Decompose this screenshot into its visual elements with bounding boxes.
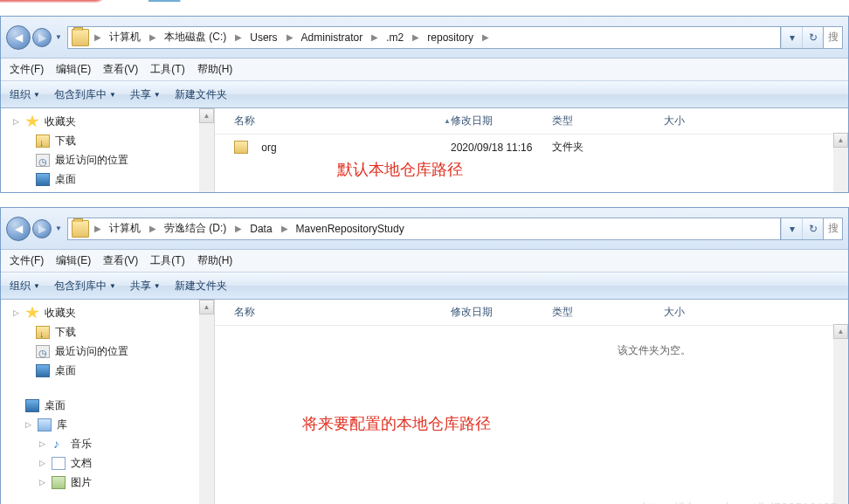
menu-help[interactable]: 帮助(H)	[197, 253, 233, 268]
chevron-right-icon[interactable]: ▶	[411, 32, 421, 42]
content-scrollbar[interactable]: ▲	[833, 133, 848, 192]
menu-view[interactable]: 查看(V)	[103, 62, 138, 77]
scroll-up-button[interactable]: ▲	[199, 108, 214, 123]
tree-desktop[interactable]: 桌面	[1, 169, 214, 189]
tree-documents[interactable]: ▷文档	[1, 453, 214, 473]
tree-recent[interactable]: 最近访问的位置	[1, 342, 214, 361]
download-icon	[36, 135, 50, 148]
chevron-right-icon[interactable]: ▶	[148, 32, 158, 42]
address-bar[interactable]: ▶ 计算机▶ 本地磁盘 (C:)▶ Users▶ Administrator▶ …	[67, 26, 824, 49]
tool-organize[interactable]: 组织 ▼	[10, 279, 40, 293]
chevron-right-icon[interactable]: ▶	[285, 32, 295, 42]
addr-dropdown-button[interactable]: ▾	[781, 27, 802, 48]
menu-edit[interactable]: 编辑(E)	[56, 253, 91, 268]
menu-tools[interactable]: 工具(T)	[150, 62, 184, 77]
chevron-right-icon[interactable]: ▶	[93, 32, 103, 42]
tree-scrollbar[interactable]: ▲	[199, 300, 214, 504]
nav-history-dropdown[interactable]: ▼	[55, 33, 62, 41]
chevron-right-icon[interactable]: ▶	[369, 32, 380, 42]
tree-music[interactable]: ▷音乐	[1, 434, 214, 453]
breadcrumb: 计算机▶ 本地磁盘 (C:)▶ Users▶ Administrator▶ .m…	[103, 27, 780, 48]
body-pane: ▷收藏夹 下载 最近访问的位置 桌面 ▲ 名称▲ 修改日期 类型 大小 org …	[1, 108, 848, 192]
menu-view[interactable]: 查看(V)	[103, 253, 138, 268]
addr-dropdown-button[interactable]: ▾	[781, 218, 802, 239]
chevron-right-icon[interactable]: ▶	[93, 224, 103, 233]
col-size[interactable]: 大小	[664, 114, 734, 128]
menu-file[interactable]: 文件(F)	[10, 62, 44, 77]
nav-history-dropdown[interactable]: ▼	[55, 224, 62, 232]
crumb-computer[interactable]: 计算机	[103, 27, 148, 48]
toolbar: 组织 ▼ 包含到库中 ▼ 共享 ▼ 新建文件夹	[1, 80, 848, 108]
scroll-up-button[interactable]: ▲	[833, 324, 848, 339]
crumb-users[interactable]: Users	[244, 27, 284, 48]
toolbar: 组织 ▼ 包含到库中 ▼ 共享 ▼ 新建文件夹	[1, 272, 848, 300]
file-list: 名称▲ 修改日期 类型 大小 org 2020/09/18 11:16 文件夹 …	[215, 108, 848, 192]
search-input[interactable]: 搜	[824, 26, 843, 49]
tree-desktop-root[interactable]: 桌面	[1, 396, 214, 415]
col-type[interactable]: 类型	[552, 114, 664, 128]
tree-desktop[interactable]: 桌面	[1, 361, 214, 380]
crumb-m2[interactable]: .m2	[380, 27, 411, 48]
crumb-repository[interactable]: repository	[421, 27, 480, 48]
tool-organize[interactable]: 组织 ▼	[10, 87, 40, 102]
crumb-drive-d[interactable]: 劳逸结合 (D:)	[158, 218, 233, 239]
tree-recent[interactable]: 最近访问的位置	[1, 150, 214, 169]
menu-tools[interactable]: 工具(T)	[150, 253, 184, 268]
col-date[interactable]: 修改日期	[451, 305, 552, 320]
refresh-button[interactable]: ↻	[802, 27, 823, 48]
tool-share[interactable]: 共享 ▼	[130, 87, 161, 102]
table-row[interactable]: org 2020/09/18 11:16 文件夹	[215, 138, 848, 156]
col-size[interactable]: 大小	[664, 305, 734, 320]
col-name[interactable]: 名称	[234, 305, 451, 320]
tree-pictures[interactable]: ▷图片	[1, 473, 214, 492]
tool-include-library[interactable]: 包含到库中 ▼	[54, 87, 116, 102]
chevron-right-icon[interactable]: ▶	[480, 32, 491, 42]
tree-favorites[interactable]: ▷收藏夹	[1, 303, 214, 322]
tree-downloads[interactable]: 下载	[1, 131, 214, 150]
scroll-up-button[interactable]: ▲	[199, 300, 214, 314]
recent-icon	[36, 154, 50, 167]
scroll-up-button[interactable]: ▲	[833, 133, 848, 148]
titlebar: ▼ ▶ 计算机▶ 本地磁盘 (C:)▶ Users▶ Administrator…	[1, 17, 848, 59]
annotation-default-path: 默认本地仓库路径	[337, 159, 463, 180]
file-list: 名称 修改日期 类型 大小 该文件夹为空。 将来要配置的本地仓库路径 ▲ htt…	[215, 300, 848, 504]
address-bar[interactable]: ▶ 计算机▶ 劳逸结合 (D:)▶ Data▶ MavenRepositoryS…	[67, 217, 824, 240]
star-icon	[25, 115, 39, 128]
crumb-maven-repo[interactable]: MavenRepositoryStudy	[290, 218, 411, 239]
tree-libraries[interactable]: ▷库	[1, 415, 214, 434]
recent-icon	[36, 345, 50, 358]
explorer-window-1: ▼ ▶ 计算机▶ 本地磁盘 (C:)▶ Users▶ Administrator…	[0, 16, 849, 193]
crumb-computer[interactable]: 计算机	[103, 218, 148, 239]
tree-favorites[interactable]: ▷收藏夹	[1, 112, 214, 131]
tool-new-folder[interactable]: 新建文件夹	[175, 279, 227, 293]
tree-downloads[interactable]: 下载	[1, 322, 214, 342]
tree-scrollbar[interactable]: ▲	[199, 108, 214, 192]
tool-new-folder[interactable]: 新建文件夹	[175, 87, 227, 102]
nav-forward-button[interactable]	[32, 219, 52, 238]
tool-share[interactable]: 共享 ▼	[130, 279, 161, 293]
chevron-right-icon[interactable]: ▶	[233, 224, 244, 233]
col-type[interactable]: 类型	[552, 305, 664, 320]
menu-file[interactable]: 文件(F)	[10, 253, 44, 268]
nav-back-button[interactable]	[6, 217, 31, 241]
tool-include-library[interactable]: 包含到库中 ▼	[54, 279, 116, 293]
menubar: 文件(F) 编辑(E) 查看(V) 工具(T) 帮助(H)	[1, 250, 848, 272]
refresh-button[interactable]: ↻	[802, 218, 823, 239]
crumb-data[interactable]: Data	[244, 218, 279, 239]
body-pane: ▷收藏夹 下载 最近访问的位置 桌面 桌面 ▷库 ▷音乐 ▷文档 ▷图片 ▲ 名…	[1, 300, 848, 504]
chevron-right-icon[interactable]: ▶	[280, 224, 290, 233]
crumb-administrator[interactable]: Administrator	[295, 27, 370, 48]
chevron-right-icon[interactable]: ▶	[148, 224, 158, 233]
crumb-drive-c[interactable]: 本地磁盘 (C:)	[158, 27, 233, 48]
col-date[interactable]: 修改日期	[451, 114, 552, 128]
nav-forward-button[interactable]	[32, 28, 52, 47]
col-name[interactable]: 名称▲	[234, 114, 451, 128]
chevron-right-icon[interactable]: ▶	[233, 32, 244, 42]
menu-edit[interactable]: 编辑(E)	[56, 62, 91, 77]
watermark: https://blog.csdn.net/lgl782519197	[643, 501, 838, 504]
search-input[interactable]: 搜	[824, 217, 843, 240]
nav-tree: ▷收藏夹 下载 最近访问的位置 桌面 桌面 ▷库 ▷音乐 ▷文档 ▷图片 ▲	[1, 300, 215, 504]
content-scrollbar[interactable]: ▲	[833, 324, 848, 504]
nav-back-button[interactable]	[6, 25, 31, 50]
menu-help[interactable]: 帮助(H)	[197, 62, 233, 77]
